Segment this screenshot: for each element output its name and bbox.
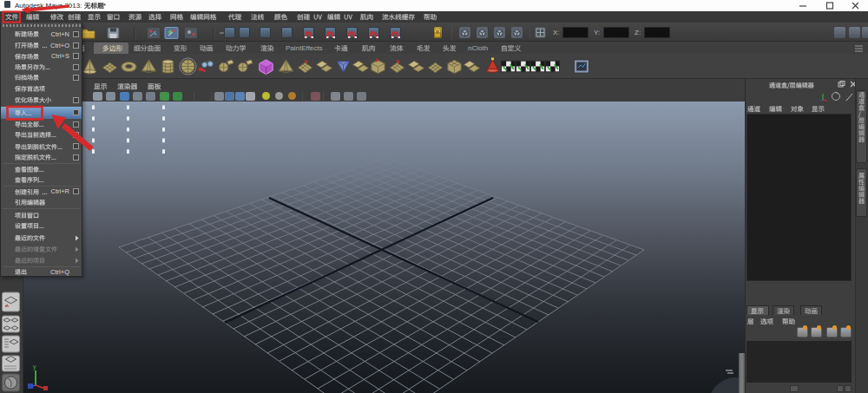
svg-text:y: y: [33, 364, 36, 370]
